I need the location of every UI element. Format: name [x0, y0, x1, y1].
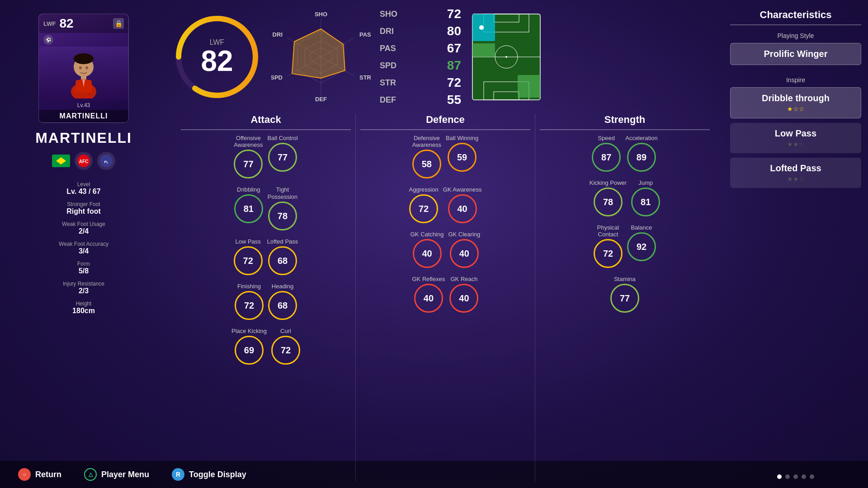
gk-reach-circle: 40 [449, 284, 478, 313]
jump-label: Jump [638, 179, 653, 186]
weak-foot-accuracy-section: Weak Foot Accuracy 3/4 [18, 241, 149, 255]
defence-pair-4: GK Reflexes 40 GK Reach 40 [360, 276, 530, 315]
stat-label-sho: SHO [380, 9, 397, 19]
physical-contact-value: 72 [603, 249, 613, 259]
lofted-pass-value: 68 [278, 256, 288, 266]
gk-reflexes-circle: 40 [414, 284, 443, 313]
stat-row-spd: SPD 87 [380, 58, 461, 73]
defence-pair-3: GK Catching 40 GK Clearing 40 [360, 231, 530, 271]
stronger-foot-section: Stronger Foot Right foot [18, 201, 149, 216]
center-panel: LWF 82 [167, 0, 723, 488]
level-section: Level Lv. 43 / 67 [18, 181, 149, 196]
svg-text:SHO: SHO [315, 12, 327, 18]
attack-tight-possession: TightPossession 78 [268, 186, 297, 230]
player-badges: AFC PL [52, 152, 115, 170]
strength-column: Strength Speed 87 Acceleration 89 [535, 114, 714, 481]
radar-chart: SHO PAS STR DEF SPD DRI [271, 12, 371, 102]
strength-acceleration: Acceleration 89 [625, 135, 658, 172]
low-pass-value: 72 [243, 256, 253, 266]
defensive-awareness-label: DefensiveAwareness [412, 135, 441, 148]
gk-reach-value: 40 [459, 293, 469, 304]
attack-pair-3: Low Pass 72 Lofted Pass 68 [181, 238, 351, 278]
strength-pair-3: PhysicalContact 72 Balance 92 [540, 224, 710, 271]
lofted-pass-item: Lofted Pass ★★☆ [730, 158, 861, 188]
stat-row-def: DEF 55 [380, 93, 461, 107]
card-icons: ⚽ [39, 33, 128, 47]
tight-possession-circle: 78 [268, 202, 297, 230]
weak-foot-usage-section: Weak Foot Usage 2/4 [18, 221, 149, 235]
league-badge: PL [97, 152, 115, 170]
top-area: LWF 82 [172, 7, 719, 107]
offensive-awareness-label: OffensiveAwareness [234, 135, 263, 148]
attack-low-pass: Low Pass 72 [234, 238, 263, 275]
balance-circle: 92 [627, 232, 656, 261]
svg-rect-38 [472, 43, 495, 57]
svg-text:SPD: SPD [271, 74, 283, 81]
card-rating: 82 [59, 16, 73, 31]
stat-row-sho: SHO 72 [380, 7, 461, 21]
gk-reach-label: GK Reach [450, 276, 477, 282]
lofted-pass-char-name: Lofted Pass [770, 163, 821, 173]
left-panel: LWF 82 🔒 ⚽ [0, 0, 167, 488]
height-section: Height 180cm [18, 300, 149, 315]
ball-winning-circle: 59 [448, 143, 476, 172]
attack-pair-1: OffensiveAwareness 77 Ball Control 77 [181, 135, 351, 181]
stamina-label: Stamina [614, 276, 636, 282]
kicking-power-label: Kicking Power [590, 179, 627, 186]
player-silhouette [63, 49, 104, 99]
injury-resistance-section: Injury Resistance 2/3 [18, 281, 149, 295]
defence-gk-clearing: GK Clearing 40 [448, 231, 480, 268]
form-section: Form 5/8 [18, 261, 149, 275]
physical-contact-circle: 72 [594, 239, 623, 268]
place-kicking-circle: 69 [235, 336, 264, 365]
jump-value: 81 [641, 197, 651, 207]
weak-foot-usage-value: 2/4 [18, 227, 149, 235]
attack-stats: OffensiveAwareness 77 Ball Control 77 [181, 135, 351, 370]
stat-label-pas: PAS [380, 44, 396, 53]
league-icon: PL [99, 154, 113, 168]
stamina-value: 77 [620, 293, 630, 304]
speed-circle: 87 [592, 143, 621, 172]
defence-gk-awareness: GK Awareness 40 [443, 186, 482, 223]
playing-style-name: Prolific Winger [764, 49, 828, 59]
stat-label-str: STR [380, 78, 396, 88]
defensive-awareness-value: 58 [422, 159, 432, 169]
ball-control-label: Ball Control [267, 135, 297, 141]
height-label: Height [18, 300, 149, 307]
finishing-label: Finishing [237, 283, 261, 290]
offensive-awareness-circle: 77 [234, 150, 263, 178]
field-map [470, 12, 542, 102]
stat-row-str: STR 72 [380, 75, 461, 90]
defence-gk-reflexes: GK Reflexes 40 [412, 276, 445, 313]
card-level: Lv.43 [39, 101, 128, 110]
stat-value-sho: 72 [439, 7, 461, 21]
player-image [39, 47, 128, 101]
svg-text:DRI: DRI [273, 31, 283, 38]
speed-value: 87 [601, 152, 611, 163]
inspire-label: Inspire [730, 76, 861, 84]
gk-clearing-value: 40 [459, 249, 469, 259]
heading-circle: 68 [268, 291, 297, 320]
stat-value-def: 55 [439, 93, 461, 107]
characteristics-panel: Characteristics Playing Style Prolific W… [723, 0, 868, 488]
gk-reflexes-value: 40 [424, 293, 434, 304]
attack-column: Attack OffensiveAwareness 77 Ball Contro… [176, 114, 355, 481]
attack-pair-2: Dribbling 81 TightPossession 78 [181, 186, 351, 233]
side-stats: SHO 72 DRI 80 PAS 67 SPD 87 STR 72 [380, 7, 461, 107]
curl-circle: 72 [271, 336, 300, 365]
aggression-value: 72 [419, 204, 429, 214]
stat-row-pas: PAS 67 [380, 41, 461, 56]
kicking-power-value: 78 [603, 197, 613, 207]
strength-stamina: Stamina 77 [610, 276, 639, 313]
lofted-pass-circle: 68 [268, 246, 297, 275]
aggression-circle: 72 [409, 194, 438, 223]
stat-label-spd: SPD [380, 61, 396, 70]
kicking-power-circle: 78 [594, 188, 623, 216]
defence-pair-1: DefensiveAwareness 58 Ball Winning 59 [360, 135, 530, 181]
attack-title: Attack [181, 114, 351, 130]
place-kicking-label: Place Kicking [231, 328, 267, 334]
strength-pair-2: Kicking Power 78 Jump 81 [540, 179, 710, 219]
dot-4 [802, 474, 806, 479]
lofted-pass-stars: ★★☆ [737, 175, 854, 183]
dot-2 [785, 474, 790, 479]
